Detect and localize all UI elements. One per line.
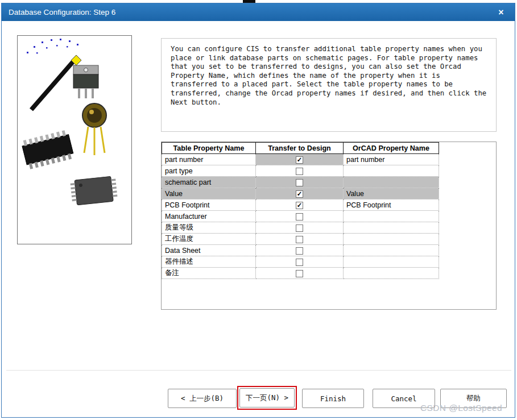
property-name-cell[interactable]: part number <box>162 154 256 165</box>
transfer-to-design-cell[interactable] <box>256 211 344 222</box>
property-name-cell[interactable]: PCB Footprint <box>162 199 256 211</box>
property-name-cell[interactable]: 器件描述 <box>162 256 256 268</box>
transfer-to-design-cell[interactable] <box>256 177 344 188</box>
transfer-to-design-cell[interactable] <box>256 256 344 268</box>
table-row: PCB Footprint✓PCB Footprint <box>162 199 439 211</box>
orcad-property-name-cell[interactable] <box>344 268 439 279</box>
property-table: Table Property Name Transfer to Design O… <box>162 142 439 279</box>
next-button[interactable]: 下一页(N) > <box>239 388 295 407</box>
property-name-cell[interactable]: Value <box>162 188 256 199</box>
property-name-cell[interactable]: Manufacturer <box>162 211 256 222</box>
component-illustration <box>18 36 131 244</box>
checkbox-unchecked[interactable] <box>296 236 303 243</box>
finish-button[interactable]: Finish <box>302 389 364 408</box>
orcad-property-name-cell[interactable]: part number <box>344 154 439 165</box>
transfer-to-design-cell[interactable]: ✓ <box>256 154 344 165</box>
orcad-property-name-cell[interactable] <box>344 222 439 234</box>
description-box: You can configure CIS to transfer additi… <box>161 38 497 132</box>
table-row: part number✓part number <box>162 154 439 165</box>
orcad-property-name-cell[interactable] <box>344 256 439 268</box>
table-row: schematic part <box>162 177 439 188</box>
checkbox-unchecked[interactable] <box>296 259 303 266</box>
property-name-cell[interactable]: 备注 <box>162 268 256 279</box>
transfer-to-design-cell[interactable]: ✓ <box>256 199 344 211</box>
property-name-cell[interactable]: 工作温度 <box>162 234 256 245</box>
checkbox-unchecked[interactable] <box>296 168 303 175</box>
titlebar: Database Configuration: Step 6 × <box>2 3 515 21</box>
transfer-to-design-cell[interactable] <box>256 234 344 245</box>
checkbox-checked[interactable]: ✓ <box>296 190 303 198</box>
annotation-highlight-box: 下一页(N) > <box>237 386 297 410</box>
checkbox-unchecked[interactable] <box>296 247 303 255</box>
table-row: 器件描述 <box>162 256 439 268</box>
transfer-to-design-cell[interactable] <box>256 165 344 177</box>
property-table-panel: Table Property Name Transfer to Design O… <box>161 142 497 310</box>
orcad-property-name-cell[interactable] <box>344 165 439 177</box>
separator-line <box>6 370 511 371</box>
orcad-property-name-cell[interactable]: PCB Footprint <box>344 199 439 211</box>
transfer-to-design-cell[interactable] <box>256 222 344 234</box>
transfer-to-design-cell[interactable] <box>256 268 344 279</box>
checkbox-checked[interactable]: ✓ <box>296 156 303 164</box>
description-text: You can configure CIS to transfer additi… <box>171 45 486 106</box>
col-header-table-property-name: Table Property Name <box>162 143 256 154</box>
transfer-to-design-cell[interactable] <box>256 245 344 256</box>
checkbox-unchecked[interactable] <box>296 213 303 221</box>
checkbox-checked[interactable]: ✓ <box>296 202 303 209</box>
table-row: part type <box>162 165 439 177</box>
property-name-cell[interactable]: part type <box>162 165 256 177</box>
col-header-orcad-property-name: OrCAD Property Name <box>344 143 439 154</box>
table-row: 质量等级 <box>162 222 439 234</box>
orcad-property-name-cell[interactable] <box>344 245 439 256</box>
close-icon[interactable]: × <box>494 7 508 18</box>
col-header-transfer-to-design: Transfer to Design <box>256 143 344 154</box>
table-row: 工作温度 <box>162 234 439 245</box>
table-header-row: Table Property Name Transfer to Design O… <box>162 143 439 154</box>
orcad-property-name-cell[interactable] <box>344 211 439 222</box>
orcad-property-name-cell[interactable]: Value <box>344 188 439 199</box>
table-body: part number✓part numberpart typeschemati… <box>162 154 439 279</box>
table-row: Value✓Value <box>162 188 439 199</box>
table-row: Manufacturer <box>162 211 439 222</box>
table-row: 备注 <box>162 268 439 279</box>
transfer-to-design-cell[interactable]: ✓ <box>256 188 344 199</box>
table-row: Data Sheet <box>162 245 439 256</box>
property-name-cell[interactable]: Data Sheet <box>162 245 256 256</box>
property-name-cell[interactable]: schematic part <box>162 177 256 188</box>
checkbox-unchecked[interactable] <box>296 179 303 186</box>
dialog-window: Database Configuration: Step 6 × <box>1 3 515 418</box>
orcad-property-name-cell[interactable] <box>344 177 439 188</box>
orcad-property-name-cell[interactable] <box>344 234 439 245</box>
property-name-cell[interactable]: 质量等级 <box>162 222 256 234</box>
back-button[interactable]: < 上一步(B) <box>168 389 237 408</box>
window-title: Database Configuration: Step 6 <box>9 8 494 16</box>
watermark: CSDN @LostSpeed <box>420 403 502 413</box>
checkbox-unchecked[interactable] <box>296 224 303 232</box>
component-preview-image <box>17 35 132 244</box>
checkbox-unchecked[interactable] <box>296 270 303 277</box>
